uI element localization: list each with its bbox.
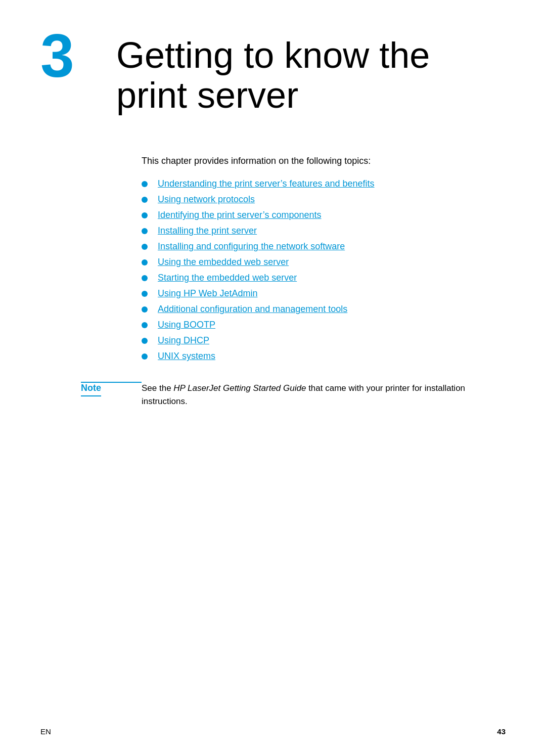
list-item: Using BOOTP bbox=[142, 320, 506, 330]
list-item: Using the embedded web server bbox=[142, 257, 506, 268]
list-item: Using DHCP bbox=[142, 335, 506, 346]
list-item: Installing the print server bbox=[142, 226, 506, 236]
note-label-col: Note bbox=[81, 382, 142, 408]
list-item: Using HP Web JetAdmin bbox=[142, 288, 506, 299]
list-item: Using network protocols bbox=[142, 194, 506, 205]
bullet-icon bbox=[142, 259, 148, 265]
footer-right: 43 bbox=[497, 727, 506, 736]
chapter-header: 3 Getting to know the print server bbox=[40, 30, 506, 115]
list-item: Starting the embedded web server bbox=[142, 273, 506, 283]
footer: EN 43 bbox=[40, 727, 506, 736]
topic-link-7[interactable]: Using HP Web JetAdmin bbox=[158, 288, 257, 299]
bullet-icon bbox=[142, 197, 148, 203]
page: 3 Getting to know the print server This … bbox=[0, 0, 546, 756]
bullet-icon bbox=[142, 306, 148, 313]
topic-link-2[interactable]: Identifying the print server’s component… bbox=[158, 210, 322, 220]
topic-link-3[interactable]: Installing the print server bbox=[158, 226, 257, 236]
note-italic-text: HP LaserJet Getting Started Guide bbox=[173, 383, 306, 393]
bullet-icon bbox=[142, 244, 148, 250]
topic-link-11[interactable]: UNIX systems bbox=[158, 351, 215, 362]
list-item: Installing and configuring the network s… bbox=[142, 241, 506, 252]
bullet-icon bbox=[142, 338, 148, 344]
bullet-icon bbox=[142, 228, 148, 234]
topic-link-4[interactable]: Installing and configuring the network s… bbox=[158, 241, 345, 252]
footer-left: EN bbox=[40, 727, 51, 736]
topic-link-8[interactable]: Additional configuration and management … bbox=[158, 304, 347, 315]
note-text-before-italic: See the bbox=[142, 383, 173, 393]
topic-link-1[interactable]: Using network protocols bbox=[158, 194, 255, 205]
topic-link-0[interactable]: Understanding the print server’s feature… bbox=[158, 179, 375, 189]
topic-link-5[interactable]: Using the embedded web server bbox=[158, 257, 289, 268]
chapter-title-line1: Getting to know the bbox=[116, 35, 430, 75]
bullet-icon bbox=[142, 212, 148, 218]
bullet-icon bbox=[142, 181, 148, 187]
list-item: Additional configuration and management … bbox=[142, 304, 506, 315]
list-item: UNIX systems bbox=[142, 351, 506, 362]
note-content: See the HP LaserJet Getting Started Guid… bbox=[142, 382, 506, 408]
topic-link-10[interactable]: Using DHCP bbox=[158, 335, 209, 346]
topic-link-9[interactable]: Using BOOTP bbox=[158, 320, 215, 330]
note-label: Note bbox=[81, 383, 101, 396]
chapter-title-line2: print server bbox=[116, 75, 298, 115]
chapter-number: 3 bbox=[40, 25, 106, 86]
list-item: Understanding the print server’s feature… bbox=[142, 179, 506, 189]
topic-link-6[interactable]: Starting the embedded web server bbox=[158, 273, 297, 283]
note-section: Note See the HP LaserJet Getting Started… bbox=[81, 382, 506, 408]
topic-list: Understanding the print server’s feature… bbox=[142, 179, 506, 362]
bullet-icon bbox=[142, 322, 148, 328]
bullet-icon bbox=[142, 275, 148, 281]
bullet-icon bbox=[142, 353, 148, 360]
bullet-icon bbox=[142, 291, 148, 297]
list-item: Identifying the print server’s component… bbox=[142, 210, 506, 220]
intro-text: This chapter provides information on the… bbox=[142, 156, 506, 166]
chapter-title: Getting to know the print server bbox=[116, 30, 430, 115]
